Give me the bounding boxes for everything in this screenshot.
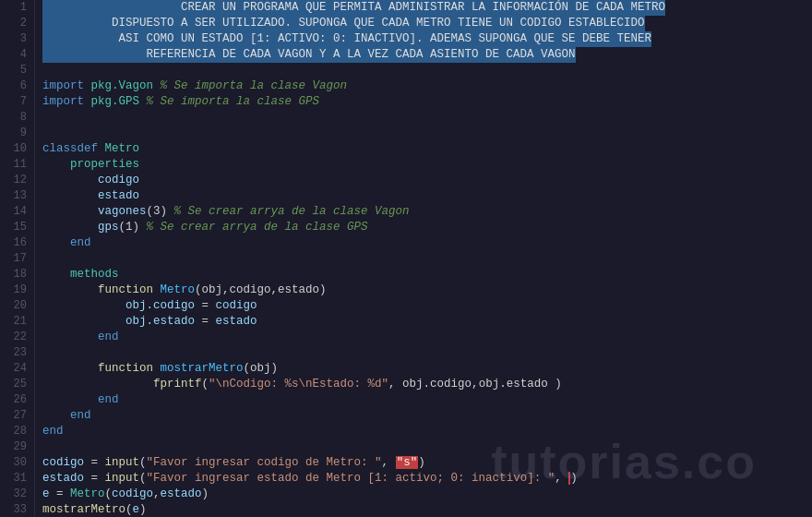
code-line-21: obj.estado = estado <box>42 314 812 330</box>
ln-3: 3 <box>0 31 34 47</box>
kw-end-fn2: end <box>98 393 119 406</box>
code-line-20: obj.codigo = codigo <box>42 298 812 314</box>
code-line-24: function mostrarMetro(obj) <box>42 361 812 377</box>
ln-31: 31 <box>0 471 34 487</box>
code-line-23 <box>42 345 812 361</box>
code-line-1: CREAR UN PROGRAMA QUE PERMITA ADMINISTRA… <box>42 0 812 16</box>
code-line-17 <box>42 251 812 267</box>
code-line-3: ASI COMO UN ESTADO [1: ACTIVO: 0: INACTI… <box>42 31 812 47</box>
code-line-10: classdef Metro <box>42 141 812 157</box>
ln-11: 11 <box>0 157 34 173</box>
comment-highlight-3: ASI COMO UN ESTADO [1: ACTIVO: 0: INACTI… <box>42 31 651 47</box>
comment-highlight-4: REFERENCIA DE CADA VAGON Y A LA VEZ CADA… <box>42 47 576 63</box>
code-line-5 <box>42 63 812 78</box>
comment-import-vagon: % Se importa la clase Vagon <box>161 79 348 92</box>
code-line-31: estado = input("Favor ingresar estado de… <box>42 471 812 487</box>
pkg-vagon: pkg.Vagon <box>91 79 154 92</box>
ln-24: 24 <box>0 361 34 377</box>
comment-vagones: % Se crear arrya de la clase Vagon <box>174 205 410 218</box>
ln-5: 5 <box>0 63 34 78</box>
ln-7: 7 <box>0 94 34 110</box>
prop-estado: estado <box>98 189 139 202</box>
comment-gps: % Se crear arrya de la clase GPS <box>147 221 368 234</box>
code-line-27: end <box>42 408 812 424</box>
class-name-metro: Metro <box>105 142 140 155</box>
kw-function-1: function <box>98 283 153 296</box>
ln-32: 32 <box>0 487 34 502</box>
ln-16: 16 <box>0 235 34 251</box>
code-line-7: import pkg.GPS % Se importa la clase GPS <box>42 94 812 110</box>
kw-properties: properties <box>70 158 139 171</box>
kw-classdef: classdef <box>42 142 98 155</box>
ln-8: 8 <box>0 110 34 126</box>
kw-methods: methods <box>70 268 119 281</box>
ln-28: 28 <box>0 424 34 439</box>
kw-import-1: import <box>42 79 84 92</box>
ln-15: 15 <box>0 220 34 235</box>
ln-14: 14 <box>0 204 34 220</box>
ln-4: 4 <box>0 47 34 63</box>
code-line-15: gps(1) % Se crear arrya de la clase GPS <box>42 220 812 235</box>
highlight-str-s: "s" <box>396 456 419 469</box>
code-area[interactable]: CREAR UN PROGRAMA QUE PERMITA ADMINISTRA… <box>35 0 812 517</box>
kw-end-fn1: end <box>98 331 119 343</box>
prop-gps: gps <box>98 221 119 234</box>
ln-20: 20 <box>0 298 34 314</box>
pkg-gps: pkg.GPS <box>91 95 140 108</box>
ln-6: 6 <box>0 78 34 94</box>
code-line-12: codigo <box>42 173 812 188</box>
ln-18: 18 <box>0 267 34 283</box>
ln-19: 19 <box>0 283 34 298</box>
ln-2: 2 <box>0 16 34 31</box>
ln-10: 10 <box>0 141 34 157</box>
comment-import-gps: % Se importa la clase GPS <box>147 95 320 108</box>
ln-30: 30 <box>0 455 34 471</box>
prop-codigo: codigo <box>98 174 139 186</box>
ln-25: 25 <box>0 377 34 392</box>
prop-vagones: vagones <box>98 205 147 218</box>
kw-end-properties: end <box>70 236 91 249</box>
ln-23: 23 <box>0 345 34 361</box>
code-line-9 <box>42 126 812 141</box>
code-line-13: estado <box>42 188 812 204</box>
ln-12: 12 <box>0 173 34 188</box>
fn-name-mostrar: mostrarMetro <box>161 362 244 375</box>
code-line-11: properties <box>42 157 812 173</box>
ln-27: 27 <box>0 408 34 424</box>
code-line-22: end <box>42 330 812 345</box>
line-numbers: 1 2 3 4 5 6 7 8 9 10 11 12 13 14 15 16 1… <box>0 0 35 517</box>
comment-highlight-2: DISPUESTO A SER UTILIZADO. SUPONGA QUE C… <box>42 16 645 31</box>
code-line-30: codigo = input("Favor ingresar codigo de… <box>42 455 812 471</box>
code-line-26: end <box>42 392 812 408</box>
fn-name-metro: Metro <box>161 283 196 296</box>
fprintf-str: "\nCodigo: %s\nEstado: %d" <box>209 378 388 391</box>
code-line-4: REFERENCIA DE CADA VAGON Y A LA VEZ CADA… <box>42 47 812 63</box>
code-line-25: fprintf("\nCodigo: %s\nEstado: %d", obj.… <box>42 377 812 392</box>
code-line-8 <box>42 110 812 126</box>
code-line-32: e = Metro(codigo,estado) <box>42 487 812 502</box>
code-line-19: function Metro(obj,codigo,estado) <box>42 283 812 298</box>
ln-33: 33 <box>0 502 34 517</box>
kw-end-class: end <box>42 425 64 438</box>
code-line-33: mostrarMetro(e) <box>42 502 812 517</box>
ln-1: 1 <box>0 0 34 16</box>
code-line-6: import pkg.Vagon % Se importa la clase V… <box>42 78 812 94</box>
ln-13: 13 <box>0 188 34 204</box>
ln-17: 17 <box>0 251 34 267</box>
code-line-18: methods <box>42 267 812 283</box>
ln-21: 21 <box>0 314 34 330</box>
code-line-16: end <box>42 235 812 251</box>
ln-22: 22 <box>0 330 34 345</box>
ln-26: 26 <box>0 392 34 408</box>
kw-import-2: import <box>42 95 84 108</box>
code-line-2: DISPUESTO A SER UTILIZADO. SUPONGA QUE C… <box>42 16 812 31</box>
ln-29: 29 <box>0 439 34 455</box>
comment-highlight-1: CREAR UN PROGRAMA QUE PERMITA ADMINISTRA… <box>42 0 665 16</box>
code-line-29 <box>42 439 812 455</box>
code-line-28: end <box>42 424 812 439</box>
kw-function-2: function <box>98 362 153 375</box>
editor-container: 1 2 3 4 5 6 7 8 9 10 11 12 13 14 15 16 1… <box>0 0 812 517</box>
code-line-14: vagones(3) % Se crear arrya de la clase … <box>42 204 812 220</box>
ln-9: 9 <box>0 126 34 141</box>
kw-end-methods: end <box>70 409 91 422</box>
